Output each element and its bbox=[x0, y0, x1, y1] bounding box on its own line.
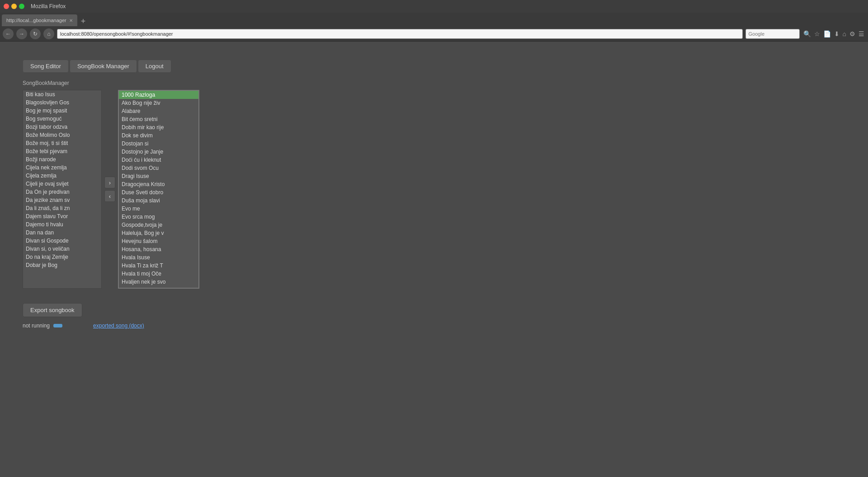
search-input[interactable] bbox=[745, 29, 800, 39]
minimize-button[interactable] bbox=[11, 4, 17, 9]
list-item[interactable]: Hvala ti moj Oče bbox=[119, 270, 198, 278]
list-item[interactable]: 1000 Razloga bbox=[119, 91, 198, 99]
list-item[interactable]: Cijeli je ovaj svijet bbox=[23, 180, 101, 188]
maximize-button[interactable] bbox=[19, 4, 24, 9]
list-item[interactable]: Dok se divim bbox=[119, 131, 198, 140]
list-item[interactable]: Cijela zemlja bbox=[23, 172, 101, 180]
list-item[interactable]: Dajem slavu Tvor bbox=[23, 212, 101, 220]
list-item[interactable]: Božji narode bbox=[23, 155, 101, 164]
arrow-buttons: › ‹ bbox=[103, 177, 117, 202]
list-item[interactable]: Hevejnu šalom bbox=[119, 237, 198, 245]
search-area bbox=[745, 29, 800, 39]
list-item[interactable]: Biti kao Isus bbox=[23, 90, 101, 98]
exported-song-link[interactable]: exported song (docx) bbox=[93, 323, 144, 329]
list-item[interactable]: Hvala Ti za križ T bbox=[119, 262, 198, 270]
browser-title: Mozilla Firefox bbox=[31, 3, 66, 9]
forward-button[interactable]: → bbox=[16, 28, 27, 39]
list-item[interactable]: Dan na dan bbox=[23, 229, 101, 237]
list-item[interactable]: Divan si, o veličan bbox=[23, 245, 101, 253]
list-item[interactable]: Bože tebi pjevam bbox=[23, 147, 101, 155]
list-item[interactable]: Alabare bbox=[119, 107, 198, 115]
tab-bar: http://local...gbookmanager ✕ + bbox=[0, 13, 868, 26]
settings-icon[interactable]: ⚙ bbox=[849, 30, 856, 37]
list-item[interactable]: Dobih mir kao rije bbox=[119, 123, 198, 131]
song-editor-tab[interactable]: Song Editor bbox=[23, 60, 69, 73]
list-item[interactable]: Dodi svom Ocu bbox=[119, 164, 198, 172]
list-item[interactable]: Doći ću i kleknut bbox=[119, 156, 198, 164]
home-button[interactable]: ⌂ bbox=[43, 28, 54, 39]
list-item[interactable]: Dobar je Bog bbox=[23, 261, 101, 269]
list-item[interactable]: Dajemo ti hvalu bbox=[23, 220, 101, 229]
list-item[interactable]: Blagoslovljen Gos bbox=[23, 98, 101, 107]
list-item[interactable]: Bog svemoguć bbox=[23, 115, 101, 123]
list-item[interactable]: Cijela nek zemlja bbox=[23, 164, 101, 172]
list-item[interactable]: Duša moja slavi bbox=[119, 196, 198, 205]
list-item[interactable]: Da li znaš, da li zn bbox=[23, 204, 101, 212]
section-title: SongBookManager bbox=[23, 80, 845, 86]
reload-button[interactable]: ↻ bbox=[30, 28, 41, 39]
export-songbook-button[interactable]: Export songbook bbox=[23, 303, 82, 317]
status-bar: not running exported song (docx) bbox=[23, 323, 845, 329]
remove-from-songbook-button[interactable]: ‹ bbox=[104, 190, 115, 202]
nav-tabs: Song Editor SongBook Manager Logout bbox=[23, 60, 845, 73]
list-item[interactable]: Bit ćemo sretni bbox=[119, 115, 198, 123]
browser-chrome: Mozilla Firefox http://local...gbookmana… bbox=[0, 0, 868, 42]
list-item[interactable]: Evo me bbox=[119, 205, 198, 213]
list-item[interactable]: Divan si Gospode bbox=[23, 237, 101, 245]
back-button[interactable]: ← bbox=[3, 28, 14, 39]
download-icon[interactable]: ⬇ bbox=[833, 30, 840, 37]
list-item[interactable]: Bože Molimo Oslo bbox=[23, 131, 101, 139]
lists-container: Biti kao IsusBlagoslovljen GosBog je moj… bbox=[23, 90, 845, 289]
list-item[interactable]: Hvala Isuse bbox=[119, 253, 198, 262]
list-item[interactable]: Bozji tabor odzva bbox=[23, 123, 101, 131]
songbook-list[interactable]: 1000 RazlogaAko Bog nije živAlabareBit ć… bbox=[118, 90, 199, 289]
page-content: Song Editor SongBook Manager Logout Song… bbox=[0, 42, 868, 342]
list-item[interactable]: Dragocjena Kristo bbox=[119, 180, 198, 188]
list-item[interactable]: Dostojan si bbox=[119, 140, 198, 148]
list-item[interactable]: Hvalu daj bbox=[119, 286, 198, 289]
list-item[interactable]: Duse Sveti dobro bbox=[119, 188, 198, 196]
window-controls bbox=[4, 4, 24, 9]
zoom-icon[interactable]: 🔍 bbox=[802, 30, 812, 37]
url-bar[interactable]: localhost:8080/opensongbook/#!songbookma… bbox=[57, 29, 743, 39]
browser-tab[interactable]: http://local...gbookmanager ✕ bbox=[2, 14, 77, 26]
address-bar: ← → ↻ ⌂ localhost:8080/opensongbook/#!so… bbox=[0, 26, 868, 42]
url-text: localhost:8080/opensongbook/#!songbookma… bbox=[60, 31, 173, 37]
add-to-songbook-button[interactable]: › bbox=[104, 177, 115, 188]
toolbar-icons: 🔍 ☆ 📄 ⬇ ⌂ ⚙ ☰ bbox=[802, 30, 865, 37]
list-item[interactable]: Evo srca mog bbox=[119, 213, 198, 221]
list-item[interactable]: Hvaljen nek je svo bbox=[119, 278, 198, 286]
logout-tab[interactable]: Logout bbox=[138, 60, 171, 73]
list-item[interactable]: Da On je predivan bbox=[23, 188, 101, 196]
close-button[interactable] bbox=[4, 4, 9, 9]
available-songs-list[interactable]: Biti kao IsusBlagoslovljen GosBog je moj… bbox=[23, 90, 102, 289]
menu-icon[interactable]: ☰ bbox=[858, 30, 865, 37]
list-item[interactable]: Dostojno je Janje bbox=[119, 148, 198, 156]
title-bar: Mozilla Firefox bbox=[0, 0, 868, 13]
list-item[interactable]: Do na kraj Zemlje bbox=[23, 253, 101, 261]
home-icon[interactable]: ⌂ bbox=[842, 30, 847, 37]
list-item[interactable]: Bože moj, ti si štit bbox=[23, 139, 101, 147]
list-item[interactable]: Bog je moj spasit bbox=[23, 107, 101, 115]
list-item[interactable]: Da jezike znam sv bbox=[23, 196, 101, 204]
tab-label: http://local...gbookmanager bbox=[6, 18, 66, 23]
list-item[interactable]: Hosana, hosana bbox=[119, 245, 198, 253]
star-icon[interactable]: ☆ bbox=[813, 30, 821, 37]
status-indicator bbox=[53, 324, 62, 327]
songbook-manager-tab[interactable]: SongBook Manager bbox=[70, 60, 137, 73]
list-item[interactable]: Gospode,tvoja je bbox=[119, 221, 198, 229]
new-tab-button[interactable]: + bbox=[79, 17, 88, 26]
not-running-text: not running bbox=[23, 323, 50, 329]
list-item[interactable]: Haleluja, Bog je v bbox=[119, 229, 198, 237]
bookmark-icon[interactable]: 📄 bbox=[822, 30, 832, 37]
list-item[interactable]: Ako Bog nije živ bbox=[119, 99, 198, 107]
tab-close-icon[interactable]: ✕ bbox=[69, 18, 73, 23]
list-item[interactable]: Dragi Isuse bbox=[119, 172, 198, 180]
